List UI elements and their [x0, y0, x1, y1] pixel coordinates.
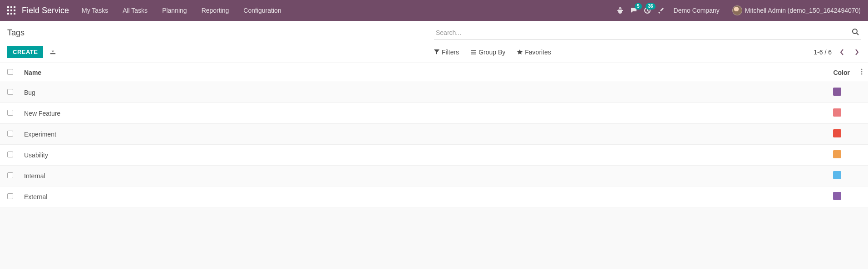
row-checkbox[interactable] — [7, 131, 13, 137]
list-view: Name Color BugNew FeatureExperimentUsabi… — [0, 63, 868, 207]
company-switcher[interactable]: Demo Company — [674, 7, 720, 14]
svg-point-10 — [853, 29, 857, 34]
systray: 5 36 Demo Company Mitchell Admin (demo_1… — [616, 5, 861, 15]
table-row[interactable]: New Feature — [0, 103, 868, 124]
debug-icon[interactable] — [616, 7, 624, 14]
pager-next[interactable] — [853, 47, 861, 57]
pager: 1-6 / 6 — [814, 47, 861, 57]
search-filters: Filters Group By Favorites — [434, 49, 551, 56]
groupby-label: Group By — [478, 49, 505, 56]
right-controls: Filters Group By Favorites 1-6 / 6 — [434, 47, 861, 57]
activities-icon[interactable]: 36 — [644, 7, 651, 14]
create-button[interactable]: Create — [7, 46, 43, 58]
svg-rect-4 — [10, 10, 12, 11]
table-row[interactable]: External — [0, 186, 868, 207]
groupby-button[interactable]: Group By — [471, 49, 505, 56]
svg-rect-2 — [14, 6, 15, 8]
activities-badge: 36 — [646, 3, 655, 10]
svg-point-11 — [861, 69, 863, 70]
user-menu[interactable]: Mitchell Admin (demo_150_1642494070) — [732, 5, 861, 15]
apps-icon[interactable] — [7, 6, 15, 15]
tools-icon[interactable] — [657, 7, 665, 14]
nav-my-tasks[interactable]: My Tasks — [82, 7, 108, 14]
cell-color — [828, 82, 855, 103]
topbar: Field Service My Tasks All Tasks Plannin… — [0, 0, 868, 21]
cell-color — [828, 124, 855, 145]
row-checkbox[interactable] — [7, 172, 13, 178]
table-row[interactable]: Bug — [0, 82, 868, 103]
svg-point-12 — [861, 71, 863, 73]
svg-rect-3 — [7, 10, 9, 11]
svg-rect-0 — [7, 6, 9, 8]
header-color[interactable]: Color — [828, 63, 855, 82]
pager-text: 1-6 / 6 — [814, 49, 832, 56]
cell-name: External — [19, 186, 828, 207]
cell-name: Internal — [19, 166, 828, 186]
nav-all-tasks[interactable]: All Tasks — [123, 7, 148, 14]
search-wrap — [434, 26, 861, 39]
nav-planning[interactable]: Planning — [162, 7, 187, 14]
nav-configuration[interactable]: Configuration — [243, 7, 281, 14]
svg-rect-6 — [7, 13, 9, 15]
svg-rect-7 — [10, 13, 12, 15]
cell-name: Usability — [19, 145, 828, 166]
table-row[interactable]: Experiment — [0, 124, 868, 145]
table-header-row: Name Color — [0, 63, 868, 82]
filters-label: Filters — [442, 49, 459, 56]
nav-reporting[interactable]: Reporting — [202, 7, 229, 14]
app-name[interactable]: Field Service — [22, 6, 69, 15]
control-panel: Tags Create Filters Group By — [0, 21, 868, 63]
row-checkbox[interactable] — [7, 193, 13, 199]
cell-name: Bug — [19, 82, 828, 103]
select-all-checkbox[interactable] — [7, 69, 13, 75]
header-name[interactable]: Name — [19, 63, 828, 82]
color-swatch — [833, 88, 841, 96]
svg-rect-8 — [14, 13, 15, 15]
cell-color — [828, 103, 855, 124]
cell-name: New Feature — [19, 103, 828, 124]
breadcrumb: Tags — [7, 28, 25, 38]
search-input[interactable] — [434, 26, 861, 39]
messages-icon[interactable]: 5 — [630, 7, 637, 14]
nav-menu: My Tasks All Tasks Planning Reporting Co… — [82, 7, 281, 14]
svg-point-13 — [861, 73, 863, 75]
search-icon[interactable] — [852, 28, 859, 37]
cell-color — [828, 186, 855, 207]
row-checkbox[interactable] — [7, 89, 13, 95]
svg-rect-1 — [10, 6, 12, 8]
row-checkbox[interactable] — [7, 152, 13, 157]
messages-badge: 5 — [635, 3, 642, 10]
import-icon[interactable] — [49, 48, 56, 56]
table: Name Color BugNew FeatureExperimentUsabi… — [0, 63, 868, 207]
header-optional[interactable] — [855, 63, 868, 82]
cell-color — [828, 145, 855, 166]
favorites-button[interactable]: Favorites — [517, 49, 551, 56]
cell-color — [828, 166, 855, 186]
username: Mitchell Admin (demo_150_1642494070) — [745, 7, 861, 14]
color-swatch — [833, 192, 841, 200]
left-actions: Create — [7, 46, 56, 58]
cell-name: Experiment — [19, 124, 828, 145]
header-checkbox-col — [0, 63, 19, 82]
table-row[interactable]: Usability — [0, 145, 868, 166]
row-checkbox[interactable] — [7, 110, 13, 116]
kebab-icon — [861, 69, 863, 76]
table-row[interactable]: Internal — [0, 166, 868, 186]
avatar — [732, 5, 742, 15]
color-swatch — [833, 150, 841, 158]
color-swatch — [833, 108, 841, 117]
favorites-label: Favorites — [525, 49, 551, 56]
svg-rect-5 — [14, 10, 15, 11]
color-swatch — [833, 171, 841, 179]
color-swatch — [833, 129, 841, 137]
filters-button[interactable]: Filters — [434, 49, 459, 56]
pager-prev[interactable] — [838, 47, 846, 57]
